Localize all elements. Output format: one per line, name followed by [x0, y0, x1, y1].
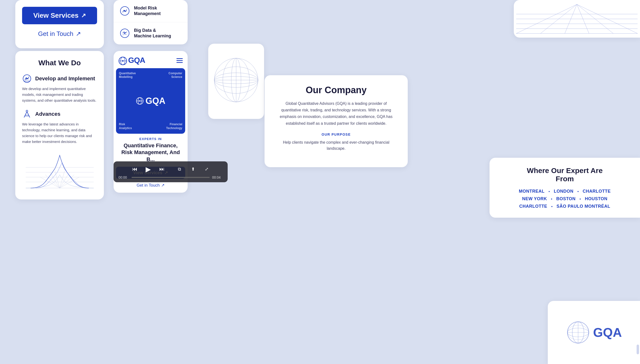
- city-london: LONDON: [554, 189, 574, 194]
- get-in-touch-label: Get in Touch: [38, 30, 74, 38]
- dot-4: ●: [580, 198, 581, 200]
- cities-grid: MONTREAL ● LONDON ● CHARLOTTE NEW YORK ●…: [499, 189, 630, 209]
- play-button[interactable]: ▶: [144, 165, 153, 174]
- fast-forward-button[interactable]: ⏭: [158, 165, 166, 174]
- hero-globe-icon: [136, 97, 144, 105]
- city-montreal: MONTREAL: [519, 189, 544, 194]
- advances-icon: [22, 109, 32, 119]
- rewind-button[interactable]: ⏮: [130, 165, 139, 174]
- svg-point-3: [124, 33, 126, 34]
- card-view-services: View Services ↗ Get in Touch ↗: [15, 0, 104, 48]
- dot-2: ●: [578, 190, 579, 193]
- gqa-globe-large-icon: [566, 320, 590, 344]
- view-services-arrow-icon: ↗: [81, 12, 86, 19]
- cities-row-2: NEW YORK ● BOSTON ● HOUSTON: [499, 196, 630, 202]
- svg-point-16: [26, 78, 28, 79]
- phone-get-in-touch-arrow: ↗: [161, 183, 164, 188]
- our-purpose-label: OUR PURPOSE: [275, 132, 397, 136]
- our-purpose-text: Help clients navigate the complex and ev…: [275, 139, 397, 152]
- develop-icon: [22, 74, 32, 84]
- svg-line-27: [60, 172, 70, 188]
- card-experts-from: Where Our Expert AreFrom MONTREAL ● LOND…: [490, 158, 640, 218]
- city-boston: BOSTON: [556, 196, 576, 202]
- city-charlotte: CHARLOTTE: [583, 189, 611, 194]
- develop-heading: Develop and Implement: [35, 76, 95, 82]
- svg-point-1: [124, 10, 126, 12]
- video-progress-bar[interactable]: 00:00 00:04: [118, 176, 223, 179]
- picture-in-picture-button[interactable]: ⧉: [175, 165, 184, 174]
- advances-heading: Advances: [35, 111, 60, 117]
- develop-text: We develop and implement quantitative mo…: [22, 86, 97, 104]
- svg-line-23: [45, 175, 60, 188]
- hamburger-menu-icon[interactable]: [176, 58, 183, 63]
- city-houston: HOUSTON: [585, 196, 608, 202]
- our-company-title: Our Company: [275, 85, 397, 95]
- experts-label: EXPERTS IN: [118, 137, 184, 141]
- wireframe-grid-icon: [516, 2, 638, 36]
- globe-wireframe-icon: [211, 48, 262, 114]
- svg-line-24: [50, 172, 60, 188]
- wwd-item-advances: Advances We leverage the latest advances…: [22, 109, 97, 145]
- experts-from-title: Where Our Expert AreFrom: [499, 166, 630, 183]
- dot-1: ●: [548, 190, 550, 193]
- phone-experts-section: EXPERTS IN Quantitative Finance,Risk Man…: [114, 134, 188, 164]
- svg-point-37: [122, 60, 124, 62]
- service-item-model-risk[interactable]: Model RiskManagement: [114, 0, 188, 22]
- cities-row-3: CHARLOTTE ● SÃO PAULO MONTRÉAL: [499, 204, 630, 209]
- card-gqa-globe: GQA: [548, 301, 640, 364]
- fullscreen-button[interactable]: ⤢: [202, 165, 211, 174]
- view-services-button[interactable]: View Services ↗: [22, 7, 97, 24]
- gqa-globe-text: GQA: [593, 325, 622, 340]
- video-control-buttons: ⏮ ▶ ⏭ ⧉ ⬆ ⤢: [118, 165, 223, 174]
- progress-bar-track[interactable]: [132, 177, 210, 178]
- city-charlotte-2: CHARLOTTE: [519, 204, 547, 209]
- dot-3: ●: [551, 198, 552, 200]
- scrollbar-indicator[interactable]: [636, 344, 639, 354]
- advances-text: We leverage the latest advances in techn…: [22, 121, 97, 145]
- experts-title: Quantitative Finance,Risk Management, An…: [118, 142, 184, 163]
- model-risk-label: Model RiskManagement: [134, 5, 161, 17]
- card-services-list: Model RiskManagement Big Data &Machine L…: [114, 0, 188, 44]
- service-item-big-data[interactable]: Big Data &Machine Learning: [114, 22, 188, 44]
- cities-row-1: MONTREAL ● LONDON ● CHARLOTTE: [499, 189, 630, 194]
- city-new-york: NEW YORK: [522, 196, 547, 202]
- wwd-item-develop: Develop and Implement We develop and imp…: [22, 74, 97, 104]
- model-risk-icon: [120, 6, 130, 16]
- what-we-do-title: What We Do: [22, 59, 97, 67]
- get-in-touch-arrow-icon: ↗: [76, 30, 81, 38]
- phone-hero-gqa-logo: GQA: [136, 96, 165, 106]
- city-sao-paulo: SÃO PAULO MONTRÉAL: [556, 204, 610, 209]
- share-button[interactable]: ⬆: [188, 165, 197, 174]
- card-globe-center: [208, 44, 264, 119]
- card-wireframe-top-right: [514, 0, 640, 38]
- svg-line-26: [60, 171, 64, 188]
- view-services-label: View Services: [33, 12, 78, 20]
- bell-curve-chart: [22, 150, 97, 192]
- big-data-label: Big Data &Machine Learning: [134, 28, 171, 39]
- dot-5: ●: [551, 205, 553, 208]
- card-our-company: Our Company Global Quantitative Advisors…: [264, 75, 408, 167]
- card-what-we-do: What We Do Develop and Implement We deve…: [15, 51, 104, 200]
- svg-point-41: [139, 100, 140, 102]
- gqa-logo: GQA: [118, 56, 145, 65]
- our-company-description: Global Quantitative Advisors (GQA) is a …: [275, 100, 397, 127]
- phone-get-in-touch-label: Get in Touch: [137, 183, 160, 188]
- svg-line-28: [60, 175, 74, 188]
- video-time-total: 00:04: [212, 176, 223, 179]
- get-in-touch-button[interactable]: Get in Touch ↗: [22, 26, 97, 42]
- phone-hero-section: QuantitativeModelling ComputerScience Ri…: [116, 68, 185, 134]
- video-controls-overlay: ⏮ ▶ ⏭ ⧉ ⬆ ⤢ 00:00 00:04: [114, 161, 228, 182]
- svg-line-25: [55, 171, 60, 188]
- big-data-icon: [120, 28, 130, 38]
- video-time-current: 00:00: [118, 176, 129, 179]
